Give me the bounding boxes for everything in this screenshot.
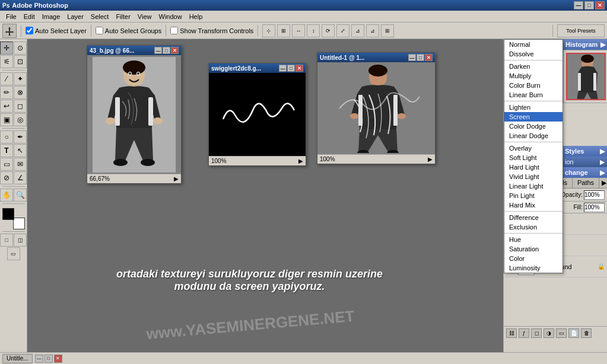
window-43b[interactable]: 43_b.jpg @ 66... — □ ✕ [87,45,182,184]
background-color-swatch[interactable] [13,218,25,229]
transform-icon-1[interactable]: ⊹ [262,24,275,37]
menu-edit[interactable]: Edit [20,12,39,21]
blend-hard-mix[interactable]: Hard Mix [504,200,562,210]
blend-linear-dodge[interactable]: Linear Dodge [504,131,562,141]
fullscreen-btn[interactable]: ▭ [7,247,20,260]
gradient-btn[interactable]: ▣ [0,113,13,126]
blend-multiply[interactable]: Multiply [504,71,562,81]
change-menu-icon[interactable]: ▶ [600,169,605,177]
dodge-btn[interactable]: ○ [0,130,13,143]
transform-icon-4[interactable]: ↕ [307,24,320,37]
taskbar-close-btn[interactable]: ✕ [54,355,62,363]
minimize-button[interactable]: — [574,1,583,9]
menu-view[interactable]: View [134,12,155,21]
window-swig[interactable]: swigglert2dc8.g... — □ ✕ 100% ▶ [208,63,306,166]
blend-lighten[interactable]: Lighten [504,103,562,112]
blend-color[interactable]: Color [504,254,562,263]
blend-normal[interactable]: Normal [504,40,562,49]
layer-style-btn[interactable]: ƒ [519,328,529,338]
win-untitled-min[interactable]: — [408,54,416,61]
maximize-button[interactable]: □ [584,1,594,9]
transform-icon-8[interactable]: ⊿ [366,24,379,37]
text-btn[interactable]: T [0,144,13,157]
taskbar-max-btn[interactable]: □ [45,355,53,363]
window-swig-title-bar[interactable]: swigglert2dc8.g... — □ ✕ [209,63,306,73]
taskbar-min-btn[interactable]: — [35,355,43,363]
lasso-tool-btn[interactable]: ⊙ [14,41,27,55]
menu-help[interactable]: Help [186,12,206,21]
show-transform-checkbox[interactable] [170,27,178,34]
win-43b-close[interactable]: ✕ [171,47,179,54]
crop-tool-btn[interactable]: ⊡ [14,55,27,68]
blend-exclusion[interactable]: Exclusion [504,222,562,232]
transform-icon-6[interactable]: ⤢ [336,24,349,37]
menu-filter[interactable]: Filter [112,12,134,21]
layer-group-btn[interactable]: ▭ [556,328,567,338]
layer-link-btn[interactable]: ⛓ [506,328,517,338]
win-untitled-max[interactable]: □ [417,54,424,61]
transform-icon-7[interactable]: ⊿ [351,24,364,37]
transform-icon-9[interactable]: ⊞ [381,24,394,37]
show-transform-label[interactable]: Show Transform Controls [170,27,253,34]
blend-darken[interactable]: Darken [504,62,562,71]
auto-select-layer-label[interactable]: Auto Select Layer [26,27,87,34]
styles-header[interactable]: Styles ▶ [562,146,607,157]
blend-hue[interactable]: Hue [504,235,562,244]
foreground-color-swatch[interactable] [2,208,14,220]
ion-menu-icon[interactable]: ▶ [600,158,605,166]
styles-menu-icon[interactable]: ▶ [600,148,605,155]
blend-vivid-light[interactable]: Vivid Light [504,172,562,181]
histogram-panel-header[interactable]: Histogram ▶ [563,39,607,50]
measure-btn[interactable]: ∠ [14,171,27,184]
fg-bg-colors[interactable] [2,208,25,229]
menu-window[interactable]: Window [155,12,186,21]
menu-image[interactable]: Image [39,12,64,21]
move-tool-btn[interactable]: ✛ [0,41,13,55]
tool-presets-btn[interactable]: Tool Presets [557,24,605,37]
blend-hard-light[interactable]: Hard Light [504,162,562,172]
blur-btn[interactable]: ◎ [14,113,27,126]
layer-new-btn[interactable]: 📄 [568,328,579,338]
auto-select-layer-checkbox[interactable] [26,27,33,34]
healing-btn[interactable]: ✦ [14,72,27,85]
close-button[interactable]: ✕ [595,1,605,9]
ion-header[interactable]: ion ▶ [562,157,607,167]
blend-overlay[interactable]: Overlay [504,143,562,153]
zoom-btn[interactable]: 🔍 [14,189,27,202]
blend-saturation[interactable]: Saturation [504,244,562,254]
stamp-btn[interactable]: ⊗ [14,86,27,99]
notes-btn[interactable]: ✉ [14,158,27,171]
eyedropper-btn[interactable]: ∕ [0,72,13,85]
magic-wand-btn[interactable]: ⚟ [0,55,13,68]
opacity-input[interactable] [584,190,605,200]
win-swig-close[interactable]: ✕ [295,65,303,72]
menu-select[interactable]: Select [87,12,113,21]
layer-adjustment-btn[interactable]: ◑ [544,328,554,338]
blend-screen[interactable]: Screen [504,112,562,122]
brush-btn[interactable]: ✏ [0,86,13,99]
tab-paths[interactable]: Paths [573,178,599,188]
layer-delete-btn[interactable]: 🗑 [581,328,592,338]
win-swig-min[interactable]: — [279,65,287,72]
win-untitled-close[interactable]: ✕ [425,54,433,61]
panel-menu-btn[interactable]: ▶ [599,178,607,188]
blend-color-dodge[interactable]: Color Dodge [504,122,562,131]
blend-soft-light[interactable]: Soft Light [504,153,562,162]
blend-difference[interactable]: Difference [504,213,562,222]
history-brush-btn[interactable]: ↩ [0,100,13,113]
path-select-btn[interactable]: ↖ [14,144,27,157]
eyedropper2-btn[interactable]: ⊘ [0,171,13,184]
menu-layer[interactable]: Layer [63,12,87,21]
pen-btn[interactable]: ✒ [14,130,27,143]
blend-linear-light[interactable]: Linear Light [504,181,562,191]
blend-dissolve[interactable]: Dissolve [504,49,562,59]
change-header[interactable]: change ▶ [562,167,607,178]
quickmask-btn[interactable]: ◫ [14,234,27,247]
menu-file[interactable]: File [2,12,20,21]
transform-icon-5[interactable]: ⟳ [322,24,335,37]
win-43b-max[interactable]: □ [163,47,170,54]
layer-mask-btn[interactable]: ◻ [531,328,542,338]
win-43b-min[interactable]: — [154,47,162,54]
blend-mode-dropdown[interactable]: Normal Dissolve Darken Multiply Color Bu… [504,39,563,273]
histogram-menu-icon[interactable]: ▶ [600,41,605,49]
